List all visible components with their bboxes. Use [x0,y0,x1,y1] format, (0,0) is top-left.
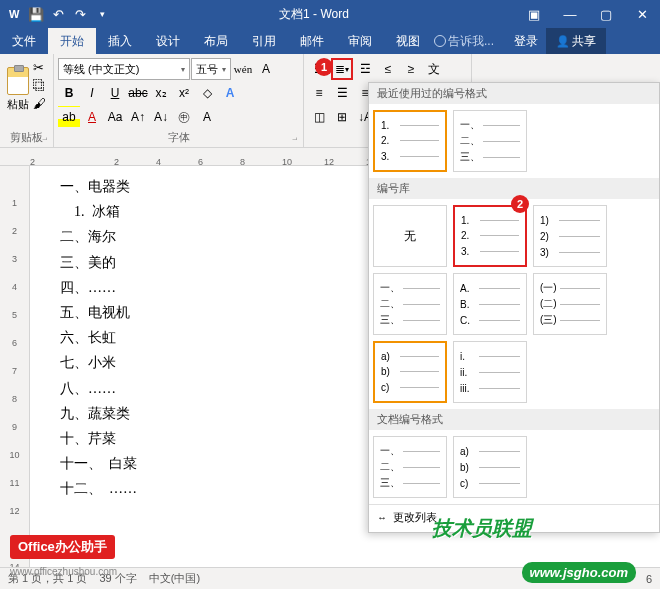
watermark-office: Office办公助手 [10,535,115,559]
tab-design[interactable]: 设计 [144,28,192,54]
tab-home[interactable]: 开始 [48,28,96,54]
highlight-button[interactable]: ab [58,106,80,128]
watermark-jsgho: www.jsgho.com [522,562,636,583]
tab-share[interactable]: 共享 [546,28,606,54]
shading-button[interactable]: ◫ [308,106,330,128]
numbering-option[interactable]: 1.2.3.2 [453,205,527,267]
numbering-option[interactable]: 1.2.3. [373,110,447,172]
numbering-button[interactable]: 1 ≣▾ [331,58,353,80]
ruler-tick: 9 [0,422,29,450]
arrow-right-icon: ↔ [377,512,387,523]
ribbon-tabs: 文件 开始 插入 设计 布局 引用 邮件 审阅 视图 告诉我... 登录 共享 [0,28,660,54]
word-app-icon: W [4,4,24,24]
callout-marker-2: 2 [511,195,529,213]
numbering-option[interactable]: (一)(二)(三) [533,273,607,335]
ribbon-options-icon[interactable]: ▣ [516,0,552,28]
callout-marker-1: 1 [315,58,333,76]
ruler-tick [0,170,29,198]
bold-button[interactable]: B [58,82,80,104]
strikethrough-button[interactable]: abc [127,82,149,104]
numbering-option[interactable]: 一、二、三、 [373,436,447,498]
asian-layout-button[interactable]: 文 [423,58,445,80]
grow-font-button[interactable]: A↑ [127,106,149,128]
ribbon-group-font: 等线 (中文正文)▾ 五号▾ wén A B I U abc x₂ x² ◇ A… [54,54,304,147]
ribbon-group-clipboard: 粘贴 ✂ ⿻ 🖌 剪贴板 [0,54,54,147]
borders-button[interactable]: ⊞ [331,106,353,128]
increase-indent-button[interactable]: ≥ [400,58,422,80]
subscript-button[interactable]: x₂ [150,82,172,104]
phonetic-guide-button[interactable]: wén [232,58,254,80]
ruler-tick: 12 [0,506,29,534]
numbering-option[interactable]: a)b)c) [453,436,527,498]
numbering-option[interactable]: a)b)c) [373,341,447,403]
gallery-doc-label: 文档编号格式 [369,409,659,430]
ruler-tick: 1 [0,198,29,226]
close-icon[interactable]: ✕ [624,0,660,28]
paste-icon [7,67,29,95]
format-painter-icon[interactable]: 🖌 [33,96,49,112]
tab-login[interactable]: 登录 [506,28,546,54]
change-case-button[interactable]: A [196,106,218,128]
numbering-option[interactable]: i.ii.iii. [453,341,527,403]
ruler-tick: 7 [0,366,29,394]
undo-icon[interactable]: ↶ [48,4,68,24]
ruler-tick: 3 [0,254,29,282]
ruler-tick: 6 [0,338,29,366]
svg-text:W: W [9,8,20,20]
gallery-recent-label: 最近使用过的编号格式 [369,83,659,104]
ruler-tick: 10 [0,450,29,478]
font-size-combo[interactable]: 五号▾ [191,58,231,80]
ruler-tick: 4 [0,282,29,310]
numbering-option[interactable]: 一、二、三、 [373,273,447,335]
italic-button[interactable]: I [81,82,103,104]
save-icon[interactable]: 💾 [26,4,46,24]
numbering-gallery: 最近使用过的编号格式 1.2.3.一、二、三、 编号库 无1.2.3.21)2)… [368,82,660,533]
copy-icon[interactable]: ⿻ [33,78,49,94]
numbering-option[interactable]: A.B.C. [453,273,527,335]
status-lang[interactable]: 中文(中国) [149,571,200,586]
title-bar: W 💾 ↶ ↷ ▾ 文档1 - Word ▣ — ▢ ✕ [0,0,660,28]
decrease-indent-button[interactable]: ≤ [377,58,399,80]
multilevel-list-button[interactable]: ☲ [354,58,376,80]
character-border-button[interactable]: A [255,58,277,80]
char-shading-button[interactable]: Aa [104,106,126,128]
qat-customize-icon[interactable]: ▾ [92,4,112,24]
ruler-tick: 8 [0,394,29,422]
underline-button[interactable]: U [104,82,126,104]
tab-insert[interactable]: 插入 [96,28,144,54]
minimize-icon[interactable]: — [552,0,588,28]
text-effects-button[interactable]: A [219,82,241,104]
clipboard-label: 剪贴板 [4,128,49,147]
tab-references[interactable]: 引用 [240,28,288,54]
watermark-jishu: 技术员联盟 [424,512,540,545]
font-label: 字体 [58,128,299,147]
cut-icon[interactable]: ✂ [33,60,49,76]
window-title: 文档1 - Word [112,6,516,23]
tab-review[interactable]: 审阅 [336,28,384,54]
align-center-button[interactable]: ☰ [331,82,353,104]
ruler-tick: 11 [0,478,29,506]
watermark-office-url: www.officezhushou.com [10,566,117,577]
tab-file[interactable]: 文件 [0,28,48,54]
zoom-end: 6 [646,573,652,585]
font-name-combo[interactable]: 等线 (中文正文)▾ [58,58,190,80]
redo-icon[interactable]: ↷ [70,4,90,24]
tab-layout[interactable]: 布局 [192,28,240,54]
superscript-button[interactable]: x² [173,82,195,104]
paste-button[interactable]: 粘贴 [4,56,31,122]
tab-tellme[interactable]: 告诉我... [432,28,506,54]
clear-format-button[interactable]: ◇ [196,82,218,104]
shrink-font-button[interactable]: A↓ [150,106,172,128]
numbering-option[interactable]: 无 [373,205,447,267]
font-color-button[interactable]: A [81,106,103,128]
align-left-button[interactable]: ≡ [308,82,330,104]
numbering-option[interactable]: 一、二、三、 [453,110,527,172]
tab-mailings[interactable]: 邮件 [288,28,336,54]
ruler-tick: 2 [0,226,29,254]
enclose-char-button[interactable]: ㊥ [173,106,195,128]
ruler-vertical[interactable]: 123456789101112131415 [0,166,30,586]
ruler-tick: 5 [0,310,29,338]
numbering-option[interactable]: 1)2)3) [533,205,607,267]
maximize-icon[interactable]: ▢ [588,0,624,28]
tab-view[interactable]: 视图 [384,28,432,54]
